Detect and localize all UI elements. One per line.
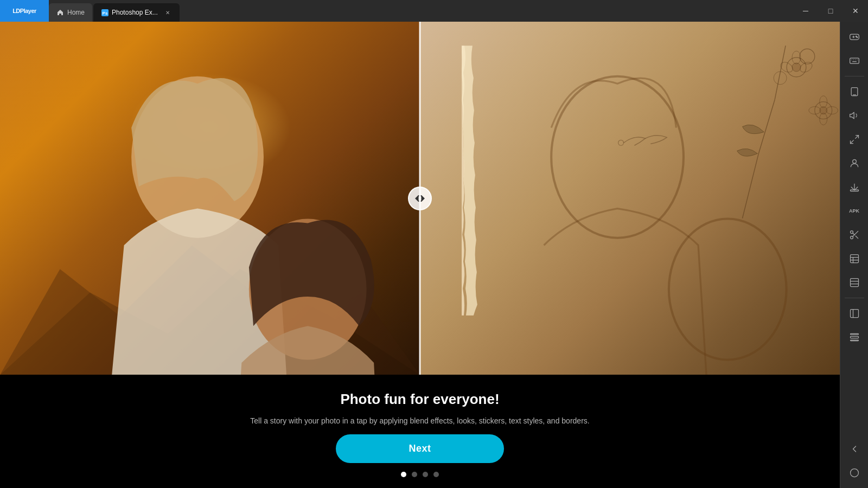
svg-rect-57 [850,340,858,341]
svg-line-45 [856,236,858,239]
subtext: Tell a story with your photo in a tap by… [250,415,589,427]
compare-button[interactable] [408,187,432,210]
svg-point-24 [669,219,787,359]
tab-home[interactable]: Home [49,3,92,22]
volume-icon[interactable] [844,105,865,126]
install-icon[interactable] [844,176,865,198]
gamepad-icon[interactable] [844,26,865,48]
tab-bar: Home Ps Photoshop Ex... ✕ [49,0,181,22]
svg-point-40 [852,159,856,163]
toggle-panel-icon[interactable] [844,303,865,324]
svg-line-38 [855,136,858,139]
svg-point-29 [857,37,858,38]
center-content: Photo fun for everyone! Tell a story wit… [0,22,840,488]
keyboard-icon[interactable] [844,50,865,72]
title-bar: LDPlayer Home Ps Photoshop Ex... ✕ ─ [0,0,868,22]
svg-rect-30 [850,58,859,63]
svg-rect-47 [850,255,858,263]
home-icon [56,9,64,16]
svg-point-23 [551,76,684,237]
close-button[interactable]: ✕ [843,0,868,22]
tab-photoshop[interactable]: Ps Photoshop Ex... ✕ [93,3,180,22]
tab-close-button[interactable]: ✕ [163,8,172,17]
dot-1[interactable] [401,472,406,477]
sidebar-divider-1 [845,76,864,76]
svg-marker-37 [850,112,854,119]
dot-4[interactable] [433,472,439,477]
app-logo: LDPlayer [0,0,49,22]
dots-menu-icon[interactable] [844,326,865,348]
women-silhouette [21,40,420,375]
dot-3[interactable] [423,472,428,477]
svg-rect-51 [850,279,858,287]
account-icon[interactable] [844,152,865,174]
pagination-dots [401,472,439,477]
svg-line-46 [852,233,854,235]
resize-icon[interactable] [844,272,865,293]
svg-line-39 [850,140,853,144]
photo-right [420,22,840,375]
screen-rotate-icon[interactable] [844,81,865,102]
tab-home-label: Home [67,9,85,16]
svg-rect-56 [850,333,858,335]
apk-icon[interactable]: APK [844,200,865,222]
next-button[interactable]: Next [336,434,504,463]
svg-rect-55 [850,336,858,338]
logo-text: LDPlayer [12,8,36,14]
svg-text:Ps: Ps [102,11,107,16]
headline: Photo fun for everyone! [340,391,499,408]
minimize-button[interactable]: ─ [793,0,818,22]
bottom-panel: Photo fun for everyone! Tell a story wit… [0,375,840,488]
photoshop-icon: Ps [101,9,108,16]
svg-point-58 [850,469,858,477]
svg-rect-54 [850,310,858,318]
layout-icon[interactable] [844,248,865,269]
scissors-icon[interactable] [844,224,865,246]
home-nav-icon[interactable] [844,462,865,484]
fullscreen-icon[interactable] [844,129,865,150]
image-area [0,22,840,375]
tab-photoshop-label: Photoshop Ex... [112,9,158,16]
women-sketch [441,40,840,375]
main-area: Photo fun for everyone! Tell a story wit… [0,22,868,488]
back-nav-icon[interactable] [844,438,865,460]
sidebar-divider-2 [845,298,864,298]
window-controls: ─ □ ✕ [793,0,868,22]
maximize-button[interactable]: □ [818,0,843,22]
svg-point-28 [856,36,857,37]
photo-left [0,22,420,375]
dot-2[interactable] [412,472,417,477]
right-sidebar: APK [840,22,868,488]
